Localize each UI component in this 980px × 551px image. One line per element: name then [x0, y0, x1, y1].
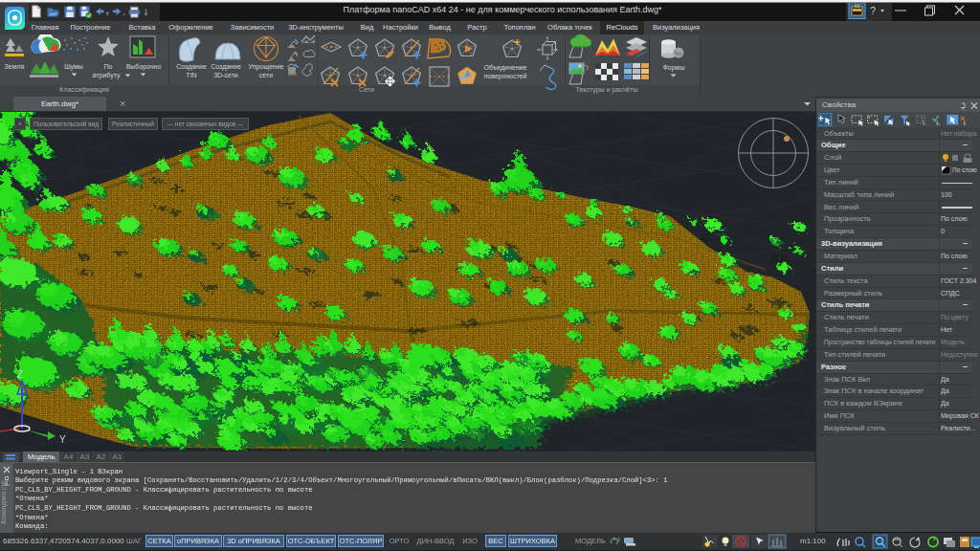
svg-text:?: ?: [870, 5, 876, 16]
svg-text:3: 3: [617, 537, 620, 542]
svg-text:1: 1: [921, 115, 924, 121]
svg-text:Y: Y: [59, 434, 66, 445]
svg-text:Z: Z: [17, 369, 23, 380]
